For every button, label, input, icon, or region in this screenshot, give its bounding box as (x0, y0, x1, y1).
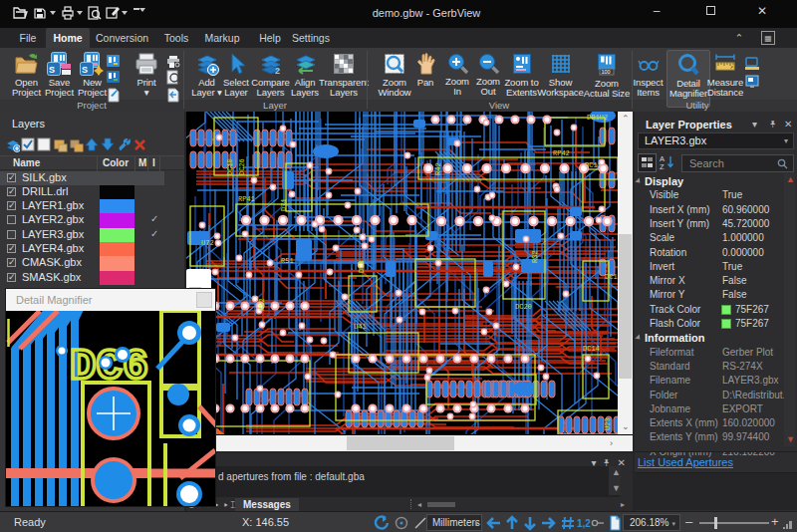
svg-text:R42: R42 (434, 162, 442, 175)
svg-text:D71: D71 (280, 198, 288, 211)
svg-text:2: 2 (275, 66, 280, 76)
svg-text:DC8: DC8 (358, 260, 366, 273)
svg-text:S: S (49, 65, 55, 75)
svg-text:DC14: DC14 (583, 345, 600, 353)
svg-text:DC11: DC11 (585, 161, 602, 169)
svg-text:DC13: DC13 (605, 273, 618, 281)
svg-text:R52: R52 (258, 298, 266, 311)
svg-text:RP41: RP41 (238, 195, 255, 203)
svg-text:U41: U41 (354, 323, 367, 331)
svg-text:RP42: RP42 (553, 149, 570, 157)
svg-text:U72: U72 (201, 239, 214, 247)
svg-text:DC26: DC26 (238, 158, 246, 175)
svg-text:U23: U23 (604, 417, 612, 430)
svg-text:DC10: DC10 (226, 158, 234, 175)
svg-text:100: 100 (602, 69, 611, 75)
svg-text:DC20: DC20 (515, 303, 532, 311)
svg-text:Z: Z (660, 162, 664, 170)
svg-text:R32: R32 (531, 250, 539, 263)
svg-text:DB1U2: DB1U2 (587, 114, 608, 122)
svg-text:S: S (82, 65, 88, 75)
svg-text:R51: R51 (281, 257, 294, 265)
